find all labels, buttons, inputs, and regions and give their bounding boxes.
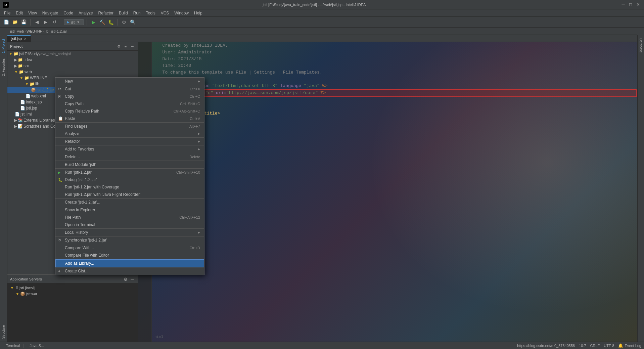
menu-vcs[interactable]: VCS <box>158 10 172 16</box>
ctx-refactor[interactable]: Refactor ▶ <box>55 138 204 145</box>
breadcrumb-jar[interactable]: jstl-1.2.jar <box>51 29 67 33</box>
status-utf8[interactable]: UTF-8 <box>604 344 614 348</box>
ctx-add-favorites[interactable]: Add to Favorites ▶ <box>55 145 204 153</box>
tool-database[interactable]: Database <box>638 36 643 55</box>
code-lines: Created by IntelliJ IDEA. User: Administ… <box>138 42 637 157</box>
tree-root[interactable]: ▼ 📁 jstl E:\Study\java_train_code\jstl <box>7 51 138 57</box>
ctx-copy-path[interactable]: Copy Path Ctrl+Shift+C <box>55 100 204 107</box>
menu-file[interactable]: File <box>1 10 13 16</box>
ctx-show-explorer-label: Show in Explorer <box>65 208 95 212</box>
toolbar-forward-btn[interactable]: ▶ <box>42 18 49 26</box>
menu-navigate[interactable]: Navigate <box>40 10 61 16</box>
toolbar-build-btn[interactable]: 🔨 <box>98 18 106 26</box>
tool-structure[interactable]: Structure <box>1 322 6 342</box>
ctx-delete[interactable]: Delete... Delete <box>55 153 204 161</box>
app-servers-artifact[interactable]: ▼ 📦 jstl:war <box>9 291 137 297</box>
menu-tools[interactable]: Tools <box>143 10 158 16</box>
tree-web[interactable]: ▼ 📁 web <box>7 69 138 75</box>
breadcrumb-lib[interactable]: lib <box>45 29 48 33</box>
menu-run[interactable]: Run <box>131 10 143 16</box>
menu-refactor[interactable]: Refactor <box>96 10 116 16</box>
code-line-9-highlight: 9 <%@ taglib prefix="c" uri="http://java… <box>155 89 637 97</box>
ctx-run-jfr[interactable]: Run 'jstl-1.2.jar' with 'Java Flight Rec… <box>55 191 204 198</box>
ctx-show-explorer[interactable]: Show in Explorer <box>55 206 204 214</box>
toolbar-run-btn[interactable]: ▶ <box>90 18 97 26</box>
toolbar-new-btn[interactable]: 📄 <box>3 18 10 26</box>
menu-view[interactable]: View <box>26 10 40 16</box>
menu-edit[interactable]: Edit <box>13 10 26 16</box>
ctx-add-library[interactable]: Add as Library... <box>55 259 204 267</box>
app-servers-minimize-btn[interactable]: ─ <box>129 276 135 282</box>
ctx-analyze[interactable]: Analyze ▶ <box>55 130 204 137</box>
ctx-build-module[interactable]: Build Module 'jstl' <box>55 161 204 168</box>
app-servers-settings-btn[interactable]: ⚙ <box>123 276 129 282</box>
status-url[interactable]: https://blog.csdn.net/m0_37340558 <box>517 344 575 348</box>
ctx-synchronize[interactable]: ↻ Synchronize 'jstl-1.2.jar' <box>55 236 204 244</box>
ctx-compare[interactable]: Compare With... Ctrl+D <box>55 244 204 252</box>
toolbar-debug-btn[interactable]: 🐛 <box>107 18 114 26</box>
ctx-synchronize-icon: ↻ <box>58 238 61 243</box>
ctx-copy[interactable]: ⎘ Copy Ctrl+C <box>55 93 204 100</box>
menu-code[interactable]: Code <box>61 10 76 16</box>
tool-favorites[interactable]: 2: Favorites <box>1 56 6 79</box>
ctx-create[interactable]: Create 'jstl-1.2.jar'... <box>55 199 204 206</box>
menu-analyze[interactable]: Analyze <box>76 10 96 16</box>
toolbar-refresh-btn[interactable]: ↺ <box>51 18 58 26</box>
tree-idea[interactable]: ▶ 📁 .idea <box>7 57 138 63</box>
sidebar-gear-btn[interactable]: ≡ <box>123 43 129 49</box>
menu-window[interactable]: Window <box>172 10 191 16</box>
sidebar-minimize-btn[interactable]: ─ <box>129 43 135 49</box>
ctx-new-label: New <box>65 79 73 84</box>
bottom-tab-terminal[interactable]: Terminal <box>3 344 24 348</box>
toolbar-save-btn[interactable]: 💾 <box>20 18 28 26</box>
ctx-debug[interactable]: 🐛 Debug 'jstl-1.2.jar' <box>55 176 204 183</box>
ctx-create-gist[interactable]: ● Create Gist... <box>55 267 204 275</box>
ctx-local-history[interactable]: Local History ▶ <box>55 229 204 236</box>
sidebar-title: Project <box>10 44 22 48</box>
toolbar-search-btn[interactable]: 🔍 <box>129 18 136 26</box>
artifact-icon: 📦 <box>20 292 25 296</box>
line-content-4: Time: 20:40 <box>154 62 191 69</box>
ctx-run[interactable]: ▶ Run 'jstl-1.2.jar' Ctrl+Shift+F10 <box>55 169 204 176</box>
run-config-selector[interactable]: ▶ jstl ▼ <box>64 19 84 25</box>
bottom-tab-java[interactable]: Java S... <box>27 344 48 348</box>
toolbar-back-btn[interactable]: ◀ <box>33 18 41 26</box>
tree-src[interactable]: ▶ 📁 src <box>7 63 138 69</box>
breadcrumb-web[interactable]: web <box>17 29 24 33</box>
maximize-button[interactable]: □ <box>627 1 634 8</box>
toolbar-settings-btn[interactable]: ⚙ <box>120 18 128 26</box>
tab-close-btn[interactable]: ✕ <box>24 37 27 41</box>
close-button[interactable]: ✕ <box>635 1 641 8</box>
tab-jstl-jsp[interactable]: jstl.jsp ✕ <box>7 35 31 42</box>
app-servers-root[interactable]: ▼ 🖥 jstl [local] <box>9 285 137 291</box>
ctx-cut[interactable]: ✂ Cut Ctrl+X <box>55 85 204 93</box>
status-bar: Terminal Java S... https://blog.csdn.net… <box>0 342 644 349</box>
breadcrumb-jstl[interactable]: jstl <box>10 29 14 33</box>
toolbar-open-btn[interactable]: 📁 <box>11 18 19 26</box>
tool-project[interactable]: 1: Project <box>1 36 6 56</box>
ctx-compare-editor-label: Compare File with Editor <box>65 253 109 258</box>
ctx-run-coverage[interactable]: Run 'jstl-1.2.jar' with Coverage <box>55 183 204 191</box>
ctx-compare-editor[interactable]: Compare File with Editor <box>55 252 204 259</box>
breadcrumb-webinf[interactable]: WEB-INF <box>27 29 42 33</box>
ctx-create-label: Create 'jstl-1.2.jar'... <box>65 200 100 205</box>
ctx-find-usages[interactable]: Find Usages Alt+F7 <box>55 123 204 130</box>
ctx-file-path-label: File Path <box>65 215 81 220</box>
ctx-copy-rel-path[interactable]: Copy Relative Path Ctrl+Alt+Shift+C <box>55 107 204 115</box>
code-line-13: 13 </head> <box>154 117 637 124</box>
status-line-col[interactable]: 10:7 <box>579 344 586 348</box>
status-crlf[interactable]: CRLF <box>590 344 600 348</box>
ctx-file-path[interactable]: File Path Ctrl+Alt+F12 <box>55 214 204 221</box>
extlibs-icon: 📚 <box>18 118 23 123</box>
ctx-paste[interactable]: 📋 Paste Ctrl+V <box>55 115 204 122</box>
event-log-btn[interactable]: 🔔 Event Log <box>618 343 641 348</box>
ctx-new[interactable]: New ▶ <box>55 78 204 85</box>
idea-label: .idea <box>24 57 32 62</box>
minimize-button[interactable]: ─ <box>620 1 627 8</box>
menu-help[interactable]: Help <box>191 10 205 16</box>
code-editor[interactable]: Created by IntelliJ IDEA. User: Administ… <box>138 42 637 342</box>
ctx-open-terminal[interactable]: Open in Terminal <box>55 221 204 228</box>
menu-build[interactable]: Build <box>116 10 131 16</box>
sidebar-settings-btn[interactable]: ⚙ <box>116 43 122 49</box>
ctx-run-coverage-label: Run 'jstl-1.2.jar' with Coverage <box>65 185 119 189</box>
